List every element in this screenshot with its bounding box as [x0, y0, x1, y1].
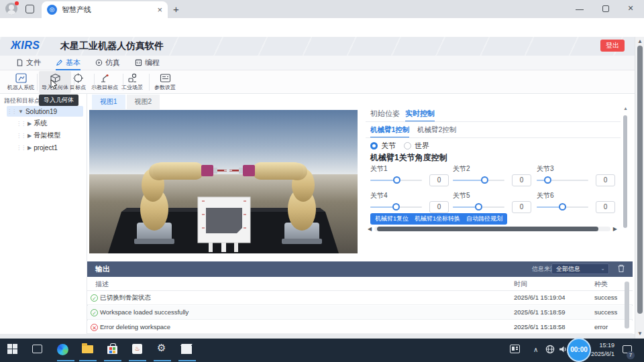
- recording-timer-overlay[interactable]: 00:00: [567, 338, 591, 362]
- output-scrollbar-thumb[interactable]: [625, 282, 629, 328]
- browser-tab[interactable]: ◎ 智慧产线 ×: [42, 1, 168, 18]
- success-check-icon: ✓: [91, 294, 98, 302]
- parameter-settings-icon: [160, 73, 171, 83]
- tab-arm1-control[interactable]: 机械臂1控制: [370, 125, 409, 135]
- window-restore-button[interactable]: [602, 5, 609, 12]
- volume-button[interactable]: [558, 345, 568, 357]
- logout-button[interactable]: 登出: [600, 40, 625, 52]
- output-header: 输出 信息来源: 全部信息 ⌄: [87, 261, 633, 277]
- chevron-right-icon[interactable]: ▶: [28, 145, 32, 151]
- joint5-input[interactable]: 0: [512, 201, 531, 213]
- auto-path-planning-button[interactable]: 自动路径规划: [462, 213, 507, 225]
- viewport-tab-2[interactable]: 视图2: [127, 95, 160, 109]
- control-horizontal-scrollbar[interactable]: ◀ ▶: [368, 226, 617, 232]
- page-scrollbar[interactable]: ▲ ▼: [635, 37, 644, 339]
- taskbar-clock[interactable]: 15:19 2025/6/1: [590, 341, 614, 359]
- tree-node-system[interactable]: ⋮⋮ ▶ 系统: [16, 118, 83, 129]
- arm1-reset-button[interactable]: 机械臂1复位: [370, 213, 413, 225]
- show-hidden-icons-button[interactable]: ∧: [533, 343, 538, 355]
- joint5-slider[interactable]: [453, 202, 504, 212]
- clear-output-trash-icon[interactable]: [617, 264, 625, 273]
- joint1-input[interactable]: 0: [429, 174, 449, 186]
- new-tab-button[interactable]: +: [173, 3, 179, 15]
- menu-file[interactable]: 文件: [16, 56, 41, 70]
- network-button[interactable]: [545, 345, 555, 357]
- chevron-up-icon: ∧: [533, 346, 538, 353]
- tab-realtime-control[interactable]: 实时控制: [405, 109, 435, 119]
- taskbar-sim-app-button[interactable]: ♨: [132, 344, 142, 354]
- scroll-up-icon[interactable]: ▲: [623, 106, 628, 111]
- arm1-coordinate-transform-button[interactable]: 机械臂1坐标转换: [410, 213, 465, 225]
- scroll-right-icon[interactable]: ▶: [613, 226, 617, 232]
- joint6-slider[interactable]: [537, 202, 588, 212]
- joint4-slider[interactable]: [370, 202, 422, 212]
- tab-list-icon[interactable]: [25, 5, 34, 13]
- chevron-down-icon[interactable]: ▼: [18, 109, 23, 115]
- robot-system-icon: [15, 73, 27, 83]
- chevron-right-icon[interactable]: ▶: [28, 133, 32, 139]
- output-row[interactable]: ✕ Error deleting workspace 2025/6/1 15:1…: [87, 320, 633, 334]
- tree-node-skeleton-model[interactable]: ⋮⋮ ▶ 骨架模型: [16, 130, 83, 141]
- menu-programming[interactable]: 编程: [135, 56, 160, 70]
- tree-node-solution[interactable]: ⋮⋮ ▼ Solution19: [7, 106, 83, 117]
- menu-basic[interactable]: 基本: [56, 56, 80, 70]
- joint6-input[interactable]: 0: [596, 201, 615, 213]
- drag-handle-icon[interactable]: ⋮⋮: [16, 145, 25, 151]
- joint3-input[interactable]: 0: [596, 174, 615, 186]
- slider-thumb[interactable]: [393, 176, 400, 184]
- joint2-slider[interactable]: [453, 176, 504, 185]
- col-type: 种类: [594, 280, 608, 289]
- toolbar-divider: [123, 74, 123, 90]
- drag-handle-icon[interactable]: ⋮⋮: [16, 133, 25, 139]
- taskbar-explorer-button[interactable]: [82, 344, 93, 353]
- scroll-down-icon[interactable]: ▼: [637, 330, 643, 337]
- viewport-tab-1[interactable]: 视图1: [92, 95, 125, 109]
- tab-close-icon[interactable]: ×: [157, 5, 162, 15]
- scroll-up-icon[interactable]: ▲: [637, 38, 643, 44]
- slider-thumb[interactable]: [475, 203, 482, 210]
- output-row[interactable]: ✓ Workspace loaded successfully 2025/6/1…: [87, 306, 633, 320]
- output-row[interactable]: ✓ 已切换到骨架状态 2025/6/1 15:19:04 success: [87, 291, 633, 305]
- joint2-input[interactable]: 0: [512, 174, 531, 186]
- taskbar-video-button[interactable]: [181, 344, 192, 354]
- chevron-right-icon[interactable]: ▶: [28, 121, 32, 127]
- window-minimize-button[interactable]: [576, 9, 584, 10]
- slider-thumb[interactable]: [481, 176, 488, 184]
- tab-favicon-icon: ◎: [47, 5, 57, 15]
- output-title: 输出: [95, 264, 110, 274]
- source-filter-dropdown[interactable]: 全部信息 ⌄: [551, 263, 609, 274]
- toolbar-parameter-settings-button[interactable]: 参数设置: [150, 71, 180, 93]
- toolbar-target-point-button[interactable]: 目标点: [64, 71, 91, 93]
- slider-thumb[interactable]: [544, 176, 551, 184]
- window-close-button[interactable]: ×: [628, 3, 633, 13]
- scrollbar-thumb[interactable]: [637, 46, 643, 314]
- scrollbar-thumb[interactable]: [377, 227, 598, 231]
- slider-thumb[interactable]: [392, 203, 400, 210]
- radio-joint[interactable]: 关节: [370, 141, 396, 151]
- 3d-viewport[interactable]: [89, 110, 358, 253]
- taskbar-settings-button[interactable]: ⚙: [157, 342, 166, 354]
- joint3-slider[interactable]: [537, 176, 588, 185]
- radio-selected-icon: [370, 142, 378, 149]
- taskbar-store-button[interactable]: [107, 344, 117, 354]
- tab-initial-pose[interactable]: 初始位姿: [370, 109, 400, 119]
- drag-handle-icon[interactable]: ⋮⋮: [16, 121, 25, 127]
- task-view-button[interactable]: [32, 345, 42, 353]
- taskbar-edge-button[interactable]: [57, 344, 68, 355]
- widgets-button[interactable]: [510, 344, 520, 353]
- radio-world[interactable]: 世界: [404, 141, 429, 151]
- slider-thumb[interactable]: [559, 203, 566, 210]
- joint1-slider[interactable]: [370, 176, 422, 185]
- menu-simulation[interactable]: 仿真: [95, 56, 120, 70]
- tab-arm2-control[interactable]: 机械臂2控制: [417, 125, 456, 135]
- scroll-left-icon[interactable]: ◀: [368, 226, 372, 232]
- toolbar-robot-system-button[interactable]: 机器人系统: [5, 71, 36, 93]
- sidebar-title: 路径和目标点: [4, 97, 40, 105]
- control-vertical-scrollbar[interactable]: ▲: [623, 106, 629, 237]
- start-button[interactable]: [7, 344, 17, 354]
- tree-node-project1[interactable]: ⋮⋮ ▶ project1: [16, 142, 83, 153]
- joint4-input[interactable]: 0: [429, 201, 449, 213]
- scrollbar-thumb[interactable]: [623, 115, 627, 228]
- toolbar-divider: [94, 74, 95, 90]
- drag-handle-icon[interactable]: ⋮⋮: [7, 109, 16, 115]
